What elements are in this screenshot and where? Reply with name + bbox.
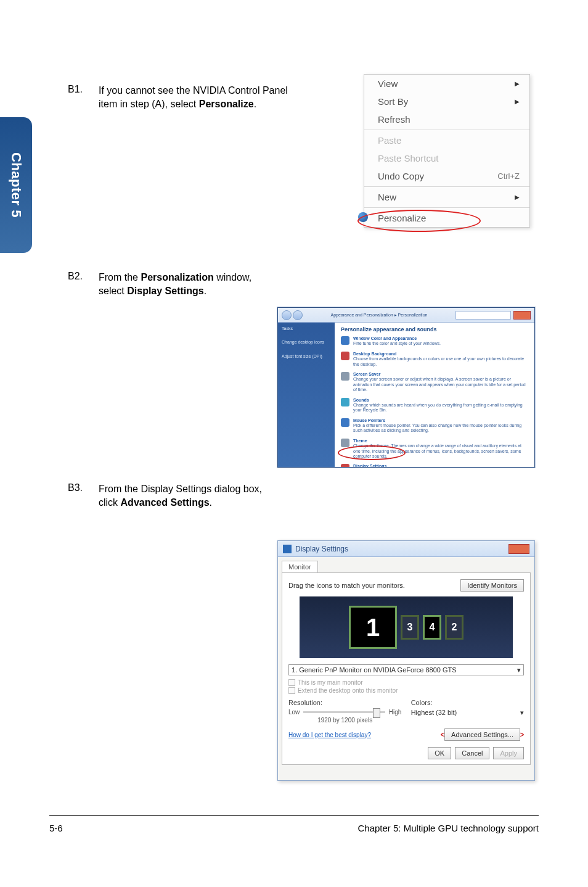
menu-label: Refresh [378, 114, 410, 125]
sidebar-heading: Tasks [282, 326, 331, 331]
apply-button: Apply [493, 747, 524, 759]
item-title: Mouse Pointers [353, 418, 528, 423]
item-title: Display Settings [353, 464, 528, 467]
menu-label: View [378, 78, 398, 89]
window-sidebar: Tasks Change desktop icons Adjust font s… [278, 323, 335, 467]
checkbox-extend-desktop: Extend the desktop onto this monitor [288, 687, 524, 694]
step-text-suffix: . [204, 286, 206, 296]
item-title: Desktop Background [353, 352, 528, 357]
context-menu: View ▶ Sort By ▶ Refresh Paste Paste Sho… [364, 74, 530, 228]
step-text-suffix: . [254, 99, 256, 109]
dialog-title: Display Settings [295, 545, 348, 553]
menu-separator [364, 130, 529, 130]
item-icon [341, 398, 349, 406]
step-number: B2. [68, 271, 99, 297]
item-display-settings[interactable]: Display SettingsAdjust your monitor reso… [341, 464, 528, 467]
item-icon [341, 352, 349, 360]
step-text: From the Personalization window, select … [99, 271, 259, 297]
step-text-suffix: . [210, 497, 212, 508]
footer-rule [49, 815, 539, 816]
checkbox-label: Extend the desktop onto this monitor [298, 687, 398, 694]
item-theme[interactable]: ThemeChange the theme. Themes can change… [341, 439, 528, 460]
slider-high-label: High [389, 709, 402, 716]
monitor-select[interactable]: 1. Generic PnP Monitor on NVIDIA GeForce… [288, 664, 524, 675]
checkbox-label: This is my main monitor [298, 679, 363, 686]
menu-item-undo-copy[interactable]: Undo Copy Ctrl+Z [364, 167, 529, 185]
step-text: From the Display Settings dialog box, cl… [99, 482, 277, 509]
tab-monitor[interactable]: Monitor [282, 561, 318, 572]
close-button[interactable] [513, 311, 531, 320]
select-value: Highest (32 bit) [411, 709, 457, 716]
item-desktop-background[interactable]: Desktop BackgroundChoose from available … [341, 352, 528, 367]
sidebar-link[interactable]: Adjust font size (DPI) [282, 354, 331, 359]
step-text-bold: Advanced Settings [121, 497, 210, 508]
sidebar-link[interactable]: Change desktop icons [282, 340, 331, 345]
display-settings-dialog: Display Settings Monitor Drag the icons … [277, 540, 535, 781]
menu-label: Sort By [378, 96, 408, 107]
monitor-2[interactable]: 2 [445, 615, 463, 640]
monitor-3[interactable]: 3 [401, 615, 419, 640]
menu-item-paste-shortcut: Paste Shortcut [364, 149, 529, 167]
window-titlebar: Appearance and Personalization ▸ Persona… [278, 308, 534, 323]
menu-label: Paste Shortcut [378, 153, 438, 163]
colors-label: Colors: [411, 699, 524, 706]
monitor-arrangement[interactable]: 1 3 4 2 [300, 596, 513, 658]
item-title: Screen Saver [353, 372, 528, 377]
slider-low-label: Low [288, 709, 300, 716]
step-text-prefix: If you cannot see the NVIDIA Control Pan… [99, 85, 288, 109]
menu-item-refresh[interactable]: Refresh [364, 110, 529, 128]
back-button[interactable] [282, 310, 292, 320]
search-input[interactable] [455, 311, 511, 320]
menu-item-new[interactable]: New ▶ [364, 188, 529, 206]
item-sounds[interactable]: SoundsChange which sounds are heard when… [341, 398, 528, 413]
monitor-4[interactable]: 4 [423, 615, 441, 640]
chevron-down-icon: ▾ [520, 709, 524, 717]
submenu-arrow-icon: ▶ [515, 98, 520, 105]
help-link[interactable]: How do I get the best display? [288, 732, 371, 738]
chapter-tab: Chapter 5 [0, 117, 32, 253]
menu-item-sort-by[interactable]: Sort By ▶ [364, 93, 529, 110]
menu-item-personalize[interactable]: Personalize [364, 209, 529, 227]
nav-buttons [282, 310, 303, 320]
advanced-settings-button[interactable]: Advanced Settings... [444, 728, 520, 741]
ok-button[interactable]: OK [428, 747, 451, 759]
item-desc: Change the theme. Themes can change a wi… [353, 444, 528, 459]
highlight-ellipse-icon: Advanced Settings... [441, 730, 524, 740]
menu-shortcut: Ctrl+Z [497, 171, 520, 181]
monitor-1[interactable]: 1 [349, 606, 397, 649]
chapter-tab-label: Chapter 5 [8, 152, 24, 218]
menu-separator [364, 207, 529, 208]
item-desc: Change your screen saver or adjust when … [353, 377, 528, 392]
dialog-panel: Drag the icons to match your monitors. I… [282, 572, 531, 765]
forward-button[interactable] [293, 310, 303, 320]
item-icon [341, 418, 349, 427]
step-number: B3. [68, 482, 99, 509]
instruction-text: Drag the icons to match your monitors. [288, 582, 405, 589]
checkbox-main-monitor: This is my main monitor [288, 679, 524, 686]
item-screen-saver[interactable]: Screen SaverChange your screen saver or … [341, 372, 528, 393]
checkbox-icon [288, 687, 295, 694]
item-icon [341, 372, 349, 381]
personalization-window: Appearance and Personalization ▸ Persona… [277, 307, 535, 468]
step-text-prefix: From the [99, 272, 141, 283]
close-button[interactable] [508, 544, 529, 554]
menu-label: Paste [378, 135, 401, 146]
cancel-button[interactable]: Cancel [455, 747, 489, 759]
menu-item-view[interactable]: View ▶ [364, 75, 529, 93]
item-desc: Choose from available backgrounds or col… [353, 357, 528, 367]
menu-label: Undo Copy [378, 171, 424, 181]
menu-item-paste: Paste [364, 131, 529, 149]
slider-track[interactable] [303, 711, 385, 713]
resolution-slider[interactable]: Low High [288, 709, 401, 716]
item-mouse-pointers[interactable]: Mouse PointersPick a different mouse poi… [341, 418, 528, 434]
checkbox-icon [288, 679, 295, 686]
identify-monitors-button[interactable]: Identify Monitors [460, 579, 524, 592]
item-window-color[interactable]: Window Color and AppearanceFine tune the… [341, 336, 528, 347]
breadcrumb: Appearance and Personalization ▸ Persona… [331, 313, 428, 318]
step-text-bold: Personalize [199, 99, 254, 109]
submenu-arrow-icon: ▶ [515, 194, 520, 200]
menu-label: Personalize [378, 213, 426, 223]
page: Chapter 5 B1. If you cannot see the NVID… [0, 0, 588, 887]
colors-select[interactable]: Highest (32 bit) ▾ [411, 709, 524, 716]
item-desc: Pick a different mouse pointer. You can … [353, 423, 528, 434]
